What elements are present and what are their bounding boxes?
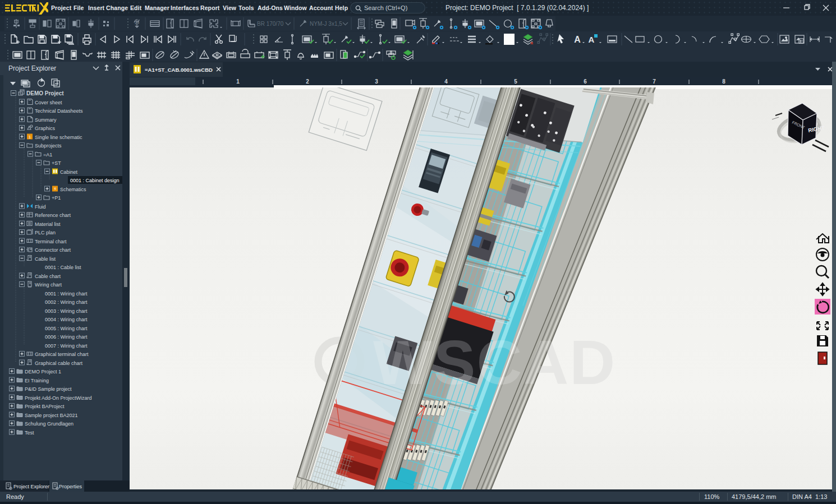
svg-text:=A1: =A1 <box>43 152 52 158</box>
svg-text:0005 : Wiring chart: 0005 : Wiring chart <box>45 326 88 331</box>
svg-text:Subprojects: Subprojects <box>35 143 62 149</box>
svg-text:Cover sheet: Cover sheet <box>35 100 62 105</box>
svg-text:Graphics: Graphics <box>35 126 56 131</box>
svg-text:PLC plan: PLC plan <box>35 230 56 235</box>
svg-text:0001 : Wiring chart: 0001 : Wiring chart <box>45 291 88 297</box>
svg-text:Graphical terminal chart: Graphical terminal chart <box>35 352 89 357</box>
svg-text:+ST: +ST <box>52 160 61 166</box>
svg-text:Schematics: Schematics <box>60 187 86 192</box>
svg-text:0007 : Wiring chart: 0007 : Wiring chart <box>45 343 88 349</box>
svg-text:Projekt Add-On ProjectWizard: Projekt Add-On ProjectWizard <box>25 395 92 401</box>
svg-text:BR 170/70: BR 170/70 <box>257 21 284 27</box>
svg-text:1: 1 <box>236 78 240 85</box>
svg-text:Cable chart: Cable chart <box>35 274 61 279</box>
svg-text:Graphical cable chart: Graphical cable chart <box>35 360 83 366</box>
svg-text:Test: Test <box>25 430 34 436</box>
svg-text:Wiring chart: Wiring chart <box>35 282 62 288</box>
svg-text:Cable list: Cable list <box>35 256 56 262</box>
svg-text:Connector chart: Connector chart <box>35 247 71 253</box>
svg-text:Terminal chart: Terminal chart <box>35 239 67 244</box>
svg-text:0004 : Wiring chart: 0004 : Wiring chart <box>45 317 88 322</box>
svg-text:0003 : Wiring chart: 0003 : Wiring chart <box>45 308 88 314</box>
svg-text:8: 8 <box>722 78 725 85</box>
svg-text:2: 2 <box>306 78 309 85</box>
svg-text:=A1+ST_CAB.0001.wsCBD: =A1+ST_CAB.0001.wsCBD <box>145 67 213 73</box>
svg-text:Properties: Properties <box>59 484 82 489</box>
svg-text:1: 1 <box>29 135 31 140</box>
svg-text:A: A <box>589 35 595 44</box>
svg-text:Summary: Summary <box>35 117 57 123</box>
svg-text:+P1: +P1 <box>52 195 61 201</box>
svg-text:0001 : Cable list: 0001 : Cable list <box>45 265 81 270</box>
svg-text:0002 : Wiring chart: 0002 : Wiring chart <box>45 299 88 305</box>
svg-text:Single line schematic: Single line schematic <box>35 135 82 140</box>
svg-text:Fluid: Fluid <box>35 204 46 210</box>
svg-text:Material list: Material list <box>35 221 61 227</box>
svg-text:Reference chart: Reference chart <box>35 212 71 218</box>
svg-text:P&ID Sample project: P&ID Sample project <box>25 386 72 392</box>
svg-text:Projekt BAProject: Projekt BAProject <box>25 404 65 409</box>
svg-text:NYM-J 3x1,5: NYM-J 3x1,5 <box>310 21 342 27</box>
svg-text:4: 4 <box>444 78 448 85</box>
svg-text:Project Explorer: Project Explorer <box>13 484 49 489</box>
svg-text:6: 6 <box>584 78 587 85</box>
svg-text:Sample project BA2021: Sample project BA2021 <box>25 413 78 418</box>
svg-text:DEMO Project 1: DEMO Project 1 <box>25 369 61 374</box>
svg-text:5: 5 <box>514 78 517 85</box>
svg-text:EI Training: EI Training <box>25 378 49 383</box>
svg-text:Cabinet: Cabinet <box>60 169 78 175</box>
svg-text:30: 30 <box>135 21 139 25</box>
svg-text:Schulung Grundlagen: Schulung Grundlagen <box>25 421 74 427</box>
svg-text:Technical Datasheets: Technical Datasheets <box>35 108 83 114</box>
svg-text:3: 3 <box>375 78 378 85</box>
svg-text:WSCAD: WSCAD <box>373 327 616 397</box>
svg-text:7: 7 <box>653 78 656 85</box>
svg-text:0006 : Wiring chart: 0006 : Wiring chart <box>45 334 88 340</box>
svg-text:0001 : Cabinet design: 0001 : Cabinet design <box>70 178 120 183</box>
svg-text:A: A <box>574 35 581 44</box>
